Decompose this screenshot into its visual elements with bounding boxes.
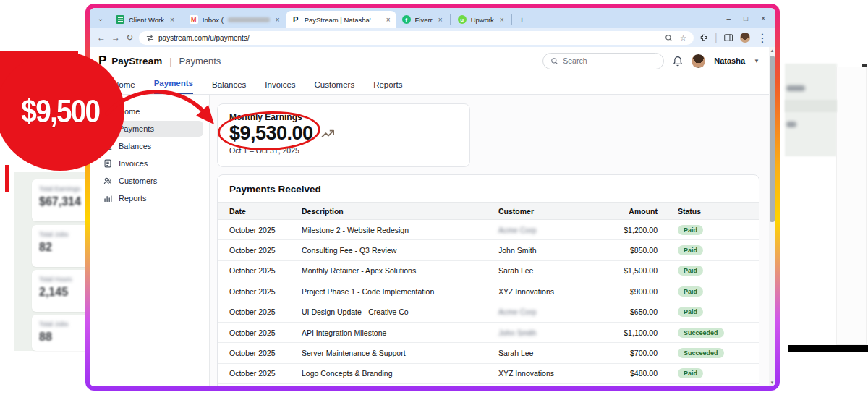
search-placeholder: Search (563, 56, 587, 65)
cell-description: API Integration Milestone (302, 328, 498, 337)
search-icon (550, 57, 558, 65)
table-row[interactable]: October 2025 Milestone 2 - Website Redes… (218, 220, 759, 240)
stat-label: Total Jobs (39, 320, 88, 328)
browser-tab-fiverr[interactable]: f Fiverr × (396, 11, 448, 28)
browser-profile-avatar[interactable] (740, 33, 750, 43)
url-text: paystream.com/u/payments/ (158, 34, 660, 42)
column-customer: Customer (498, 207, 600, 216)
chevron-down-icon[interactable]: ▼ (754, 58, 760, 64)
zoom-icon[interactable] (665, 34, 673, 42)
page: Total Earnings $67,314 Total Jobs 82 Tot… (0, 0, 868, 395)
cell-customer: XYZ Innovations (498, 369, 600, 378)
status-badge: Paid (678, 225, 703, 235)
table-row[interactable]: October 2025 Server Maintenance & Suppor… (218, 343, 759, 363)
close-icon[interactable]: × (170, 16, 174, 24)
sidebar-item-customers[interactable]: Customers (97, 173, 203, 189)
sidebar-label: Invoices (119, 159, 148, 168)
side-panel-icon[interactable] (724, 33, 733, 42)
close-icon[interactable]: × (438, 16, 443, 24)
search-input[interactable]: Search (542, 53, 664, 69)
cell-description: Logo Concepts & Branding (302, 369, 498, 378)
sidebar-item-invoices[interactable]: Invoices (97, 156, 203, 171)
table-row-partial (218, 384, 759, 386)
column-status: Status (658, 207, 747, 216)
red-arrow-annotation (100, 81, 230, 143)
table-row[interactable]: October 2025 Project Phase 1 - Code Impl… (218, 281, 759, 302)
tab-label: Upwork (471, 16, 494, 24)
browser-tabstrip: ⌄ Client Work × M Inbox ( × P PayStream … (90, 8, 775, 28)
table-row[interactable]: October 2025 Consulting Fee - Q3 Review … (218, 240, 759, 260)
notifications-bell-icon[interactable] (673, 56, 683, 67)
cell-customer: Sarah Lee (498, 266, 600, 275)
status-badge: Paid (678, 245, 703, 255)
browser-tab-paystream-active[interactable]: P PayStream | Natasha's Dashboa × (286, 11, 396, 28)
maximize-button[interactable]: □ (744, 14, 748, 22)
sheets-icon (116, 15, 124, 24)
stat-value: 2,145 (39, 286, 88, 299)
cell-date: October 2025 (229, 307, 302, 316)
customers-icon (103, 176, 113, 186)
table-row[interactable]: October 2025 Logo Concepts & Branding XY… (218, 364, 759, 384)
scroll-up-icon[interactable]: ▲ (770, 47, 775, 54)
minimize-button[interactable]: – (727, 14, 731, 22)
browser-window: ⌄ Client Work × M Inbox ( × P PayStream … (90, 8, 775, 386)
cell-customer: John Smith (498, 328, 600, 337)
extensions-icon[interactable] (699, 33, 708, 42)
browser-tab-upwork[interactable]: u Upwork × (452, 11, 510, 28)
table-row[interactable]: October 2025 UI Design Update - Creative… (218, 302, 759, 323)
address-bar[interactable]: paystream.com/u/payments/ ☆ (139, 31, 694, 45)
background-blur-artifact (785, 100, 837, 112)
cell-amount: $480.00 (600, 369, 658, 378)
cell-customer: John Smith (498, 246, 600, 255)
user-avatar[interactable] (692, 54, 705, 68)
brand-section: Payments (179, 56, 221, 67)
close-icon[interactable]: × (276, 16, 280, 24)
cell-date: October 2025 (229, 246, 302, 255)
status-badge: Paid (678, 266, 703, 276)
close-window-button[interactable]: × (761, 14, 765, 22)
status-badge: Succeeded (678, 328, 724, 338)
reload-icon[interactable]: ↻ (126, 33, 133, 43)
paystream-icon: P (292, 15, 300, 24)
close-icon[interactable]: × (386, 16, 391, 24)
page-scrollbar[interactable]: ▲ ▼ (769, 47, 775, 386)
tab-customers[interactable]: Customers (315, 80, 355, 94)
table-title: Payments Received (218, 175, 759, 202)
bookmark-star-icon[interactable]: ☆ (680, 34, 686, 42)
tab-label: PayStream | Natasha's Dashboa (305, 16, 380, 24)
table-row[interactable]: October 2025 Monthly Retainer - Apex Sol… (218, 261, 759, 281)
gmail-icon: M (190, 15, 198, 24)
tab-search-chevron-icon[interactable]: ⌄ (94, 12, 107, 25)
cell-description: Consulting Fee - Q3 Review (302, 246, 498, 255)
tab-reports[interactable]: Reports (373, 80, 402, 94)
tab-label: Inbox ( (203, 16, 224, 24)
browser-menu-icon[interactable]: ⋮ (757, 31, 768, 45)
browser-tab-client-work[interactable]: Client Work × (110, 11, 180, 28)
cell-date: October 2025 (229, 266, 302, 275)
cell-amount: $900.00 (600, 287, 658, 296)
scroll-down-icon[interactable]: ▼ (770, 379, 775, 386)
background-blur-artifact (786, 85, 805, 91)
cell-customer: Acme Corp (498, 307, 600, 316)
browser-toolbar: ← → ↻ paystream.com/u/payments/ ☆ (90, 28, 775, 47)
back-icon[interactable]: ← (97, 33, 106, 43)
site-settings-icon[interactable] (146, 34, 154, 42)
payments-received-card: Payments Received Date Description Custo… (217, 174, 760, 386)
new-tab-button[interactable]: + (519, 14, 525, 25)
tab-invoices[interactable]: Invoices (265, 80, 295, 94)
close-icon[interactable]: × (500, 16, 504, 24)
table-row[interactable]: October 2025 API Integration Milestone J… (218, 323, 759, 343)
background-blur-artifact (786, 122, 796, 127)
sidebar-item-reports[interactable]: Reports (97, 190, 203, 206)
brand-separator: | (169, 56, 171, 67)
status-badge: Succeeded (678, 348, 724, 358)
stat-value: 82 (39, 241, 88, 254)
cell-amount: $1,500.00 (600, 266, 658, 275)
browser-tab-inbox[interactable]: M Inbox ( × (184, 11, 286, 28)
brand-name: PayStream (111, 56, 162, 67)
forward-icon[interactable]: → (111, 33, 120, 43)
redacted-email (228, 17, 270, 22)
scrollbar-thumb[interactable] (770, 56, 775, 222)
price-badge-text: $9,500 (21, 93, 99, 129)
tab-label: Client Work (129, 16, 164, 24)
